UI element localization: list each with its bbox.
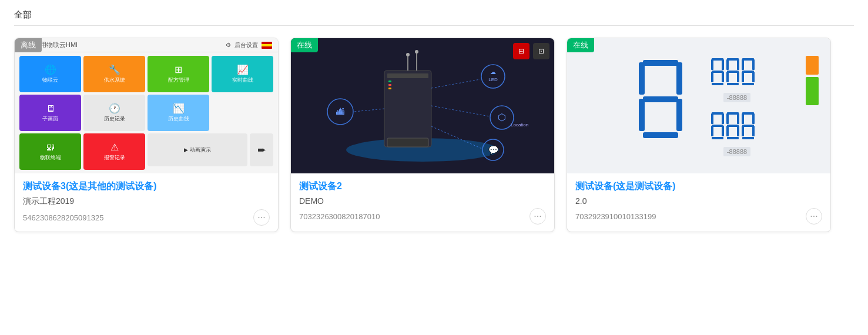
- hmi-cell-label: 报警记录: [104, 154, 125, 162]
- svg-rect-55: [711, 113, 713, 124]
- svg-rect-62: [726, 113, 729, 124]
- hmi-cell-realtime[interactable]: 📈 实时曲线: [212, 56, 273, 92]
- digit-display: -88888: [634, 55, 763, 156]
- svg-rect-26: [643, 60, 678, 66]
- svg-rect-34: [711, 59, 713, 70]
- svg-rect-11: [387, 138, 428, 147]
- hmi-cell-label: 实时曲线: [232, 76, 253, 84]
- svg-text:Location: Location: [511, 122, 528, 128]
- seg-digit-svg: [634, 55, 699, 143]
- card-3-more-button[interactable]: ···: [806, 208, 822, 225]
- chart-icon: 📈: [237, 64, 249, 75]
- svg-rect-29: [643, 96, 678, 102]
- svg-rect-59: [722, 126, 724, 136]
- device-card-2[interactable]: 在线 ⊟ ⊡: [290, 38, 555, 232]
- hmi-topbar: 欢迎使用物联云HMI ⚙ 后台设置: [15, 38, 278, 52]
- hmi-cell-recipe[interactable]: ⊞ 配方管理: [148, 56, 209, 92]
- svg-point-8: [406, 53, 410, 56]
- device-icon-red: ⊟: [513, 43, 529, 59]
- seg-small-displays: -88888: [711, 55, 763, 156]
- hist-chart-icon: 📉: [173, 103, 185, 114]
- hmi-preview: 欢迎使用物联云HMI ⚙ 后台设置 🌐 物联云 🔧: [15, 38, 278, 173]
- hmi-cell-alarm[interactable]: ⚠ 报警记录: [83, 133, 145, 170]
- page-header: 全部: [14, 9, 854, 26]
- digital-display-bg: -88888: [567, 38, 830, 173]
- card-2-more-button[interactable]: ···: [529, 208, 546, 225]
- svg-rect-65: [726, 126, 729, 136]
- animation-label: 动画演示: [190, 146, 211, 154]
- seg-display-small-1: -88888: [711, 55, 763, 102]
- hmi-btn-arrow[interactable]: ➨: [250, 133, 273, 166]
- card-2-device-name[interactable]: 测试设备2: [299, 180, 546, 193]
- svg-rect-69: [742, 113, 744, 124]
- page-title: 全部: [14, 9, 854, 21]
- svg-rect-5: [388, 84, 391, 86]
- svg-rect-58: [711, 126, 713, 136]
- card-2-id: 7032326300820187010: [299, 212, 380, 221]
- seg-display-small-2: -88888: [711, 109, 763, 156]
- svg-rect-37: [711, 72, 713, 82]
- svg-rect-51: [742, 72, 744, 82]
- svg-rect-32: [643, 132, 678, 138]
- svg-rect-3: [387, 73, 428, 78]
- header-divider: [14, 25, 854, 26]
- card-3-project: 2.0: [575, 196, 822, 206]
- hmi-cell-water[interactable]: 🔧 供水系统: [83, 56, 145, 92]
- hmi-cell-histchart[interactable]: 📉 历史曲线: [148, 95, 209, 131]
- card-2-status-badge: 在线: [291, 38, 318, 52]
- screen-icon: 🖥: [46, 103, 55, 114]
- color-bars: [806, 56, 819, 105]
- hmi-btn-animation[interactable]: ▶ 动画演示: [148, 133, 247, 166]
- alarm-icon: ⚠: [110, 142, 119, 153]
- svg-rect-39: [712, 83, 723, 85]
- terminal-icon: 🖳: [46, 142, 55, 153]
- card-3-device-name[interactable]: 测试设备(这是测试设备): [575, 180, 822, 193]
- color-bar-green: [806, 77, 819, 105]
- svg-rect-42: [737, 59, 739, 70]
- device-illustration: ☁ LED ⬡ 💬 🏙 Location: [293, 41, 552, 170]
- seg-small-svg-2: [711, 109, 763, 145]
- device-card-1[interactable]: 离线 欢迎使用物联云HMI ⚙ 后台设置 🌐 物联云: [14, 38, 279, 232]
- svg-rect-30: [639, 99, 645, 131]
- svg-rect-35: [722, 59, 724, 70]
- svg-rect-56: [722, 113, 724, 124]
- card-1-device-name[interactable]: 测试设备3(这是其他的测试设备): [23, 180, 270, 193]
- flag-icon: [262, 42, 272, 49]
- hmi-cell-subscreen[interactable]: 🖥 子画面: [19, 95, 81, 131]
- hmi-cell-terminal[interactable]: 🖳 物联终端: [19, 133, 81, 170]
- hmi-cell-iot[interactable]: 🌐 物联云: [19, 56, 81, 92]
- card-3-id: 7032923910010133199: [575, 212, 656, 221]
- card-1-info: 测试设备3(这是其他的测试设备) 演示工程2019 54623086282050…: [15, 173, 278, 232]
- card-2-footer: 7032326300820187010 ···: [299, 208, 546, 225]
- svg-rect-45: [737, 72, 739, 82]
- seg-small-svg-1: [711, 55, 763, 91]
- card-1-thumbnail: 离线 欢迎使用物联云HMI ⚙ 后台设置 🌐 物联云: [15, 38, 278, 173]
- hmi-cell-label: 历史曲线: [168, 115, 189, 123]
- gear-icon: ⚙: [226, 42, 231, 48]
- hmi-cell-label: 历史记录: [104, 115, 125, 123]
- svg-rect-72: [742, 126, 744, 136]
- color-bar-orange: [806, 56, 819, 75]
- svg-rect-27: [639, 62, 645, 95]
- svg-text:⬡: ⬡: [498, 112, 506, 122]
- hmi-cell-history[interactable]: 🕐 历史记录: [83, 95, 145, 131]
- water-icon: 🔧: [109, 64, 120, 75]
- hmi-bottom-row: ▶ 动画演示 ➨: [148, 133, 273, 170]
- svg-rect-52: [752, 72, 755, 82]
- device-icon-dark: ⊡: [533, 43, 549, 59]
- card-2-project: DEMO: [299, 196, 546, 206]
- device-photo-bg: ⊟ ⊡: [291, 38, 554, 173]
- cards-grid: 离线 欢迎使用物联云HMI ⚙ 后台设置 🌐 物联云: [14, 38, 854, 232]
- history-icon: 🕐: [109, 103, 120, 114]
- card-1-status-badge: 离线: [15, 38, 42, 52]
- device-card-3[interactable]: 在线: [567, 38, 831, 232]
- seg-value-2: -88888: [723, 147, 750, 156]
- svg-rect-74: [742, 137, 754, 139]
- svg-rect-49: [752, 59, 755, 70]
- card-1-more-button[interactable]: ···: [253, 209, 270, 226]
- card-2-info: 测试设备2 DEMO 7032326300820187010 ···: [291, 173, 554, 230]
- svg-rect-70: [752, 113, 755, 124]
- svg-rect-2: [384, 71, 431, 147]
- recipe-icon: ⊞: [175, 64, 182, 75]
- svg-rect-46: [727, 83, 739, 85]
